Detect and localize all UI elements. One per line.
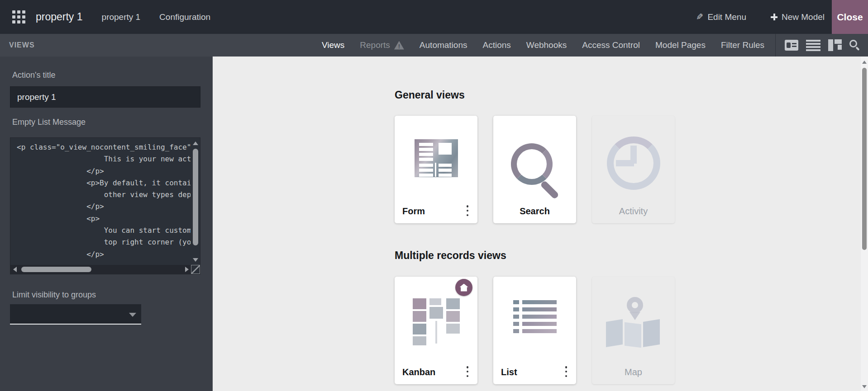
action-title-label: Action's title [12,71,55,80]
card-map-label: Map [592,367,675,377]
help-xml-code[interactable]: <p class="o_view_nocontent_smiling_face"… [10,138,191,264]
select-underline [10,324,141,325]
card-list-label: List [501,367,517,377]
app-menu-property1[interactable]: property 1 [36,11,83,23]
tab-reports[interactable]: Reports [360,40,404,50]
top-navbar: property 1 property 1 Configuration ✎ Ed… [0,0,868,34]
kanban-view-icon [413,298,460,346]
limit-visibility-label: Limit visibility to groups [12,290,96,300]
scroll-down-arrow-icon[interactable] [193,258,198,262]
default-view-home-badge[interactable] [455,279,472,296]
kebab-menu-icon[interactable] [464,366,471,377]
horizontal-scrollbar-thumb[interactable] [21,267,91,272]
empty-list-message-textarea[interactable]: <p class="o_view_nocontent_smiling_face"… [10,137,200,274]
search-icon[interactable] [849,40,860,51]
new-model-label: New Model [782,12,825,22]
textarea-horizontal-scrollbar[interactable] [10,265,191,274]
form-view-icon [415,139,458,177]
scroll-left-arrow-icon[interactable] [13,267,17,272]
empty-list-message-label: Empty List Message [12,118,86,127]
kanban-view-switcher-icon[interactable] [828,39,842,51]
plus-icon [771,14,777,20]
pencil-icon: ✎ [696,12,703,22]
search-view-icon [506,141,564,199]
home-icon [460,284,468,292]
card-list[interactable]: List [493,277,576,384]
apps-grid-icon[interactable] [12,10,25,24]
activity-view-icon [607,137,660,190]
vertical-scrollbar-thumb[interactable] [193,149,198,245]
tab-reports-label: Reports [360,40,390,50]
main-vertical-scrollbar[interactable] [861,57,868,391]
card-search[interactable]: Search [493,116,576,223]
card-kanban[interactable]: Kanban [395,277,477,384]
card-form[interactable]: Form [395,116,477,223]
section-title: VIEWS [9,41,35,49]
action-editor-sidebar: Action's title Empty List Message <p cla… [0,57,213,391]
form-view-switcher-icon[interactable] [785,40,798,51]
studio-tabs: Views Reports Automations Actions Webhoo… [322,40,764,50]
card-map: Map [592,277,675,384]
odoo-studio-window: property 1 property 1 Configuration ✎ Ed… [0,0,868,391]
new-model-button[interactable]: New Model [771,12,825,22]
tab-views[interactable]: Views [322,40,344,50]
tab-webhooks[interactable]: Webhooks [526,40,567,50]
action-title-input[interactable] [10,86,200,108]
studio-toolbar: VIEWS Views Reports Automations Actions … [0,34,868,57]
card-activity: Activity [592,116,675,223]
view-switcher-group [785,39,868,51]
warning-icon [394,41,404,50]
textarea-resize-grip[interactable] [191,265,200,274]
views-panel: General views Form Search [213,57,868,391]
tab-filter-rules[interactable]: Filter Rules [721,40,764,50]
groups-select[interactable] [10,304,141,325]
scroll-right-arrow-icon[interactable] [185,267,189,272]
general-views-heading: General views [395,89,465,101]
list-view-switcher-icon[interactable] [806,40,820,51]
kebab-menu-icon[interactable] [563,366,569,377]
edit-menu-label: Edit Menu [707,12,746,22]
main-scrollbar-thumb[interactable] [862,68,867,250]
textarea-vertical-scrollbar[interactable] [191,138,200,265]
close-button[interactable]: Close [832,0,868,34]
card-kanban-label: Kanban [402,367,435,377]
card-activity-label: Activity [592,206,675,217]
tab-access-control[interactable]: Access Control [582,40,640,50]
menu-configuration[interactable]: Configuration [159,12,210,22]
scroll-down-arrow-icon[interactable] [862,385,867,388]
scroll-up-arrow-icon[interactable] [193,141,198,145]
multiple-records-heading: Multiple records views [395,250,506,262]
tab-model-pages[interactable]: Model Pages [655,40,706,50]
card-form-label: Form [402,206,425,217]
list-view-icon [513,300,557,334]
edit-menu-button[interactable]: ✎ Edit Menu [696,12,746,22]
topbar-actions: ✎ Edit Menu New Model Close [696,0,868,34]
toolbar-separator [775,34,776,57]
scroll-up-arrow-icon[interactable] [862,61,867,64]
map-view-icon [606,297,661,348]
tab-actions[interactable]: Actions [482,40,510,50]
kebab-menu-icon[interactable] [464,205,471,216]
chevron-down-icon [129,313,136,317]
tab-automations[interactable]: Automations [420,40,467,50]
card-search-label: Search [493,206,576,217]
menu-property1[interactable]: property 1 [102,12,141,22]
